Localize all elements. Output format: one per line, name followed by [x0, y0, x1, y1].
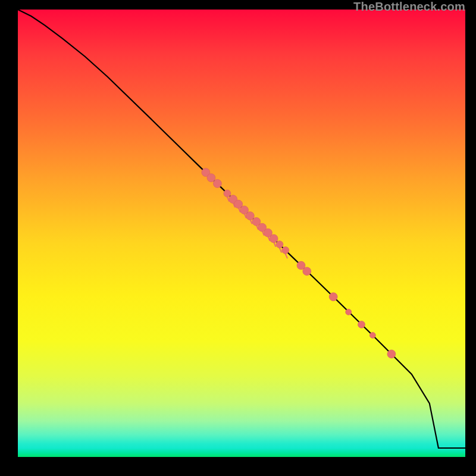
- plot-area: [18, 10, 465, 457]
- chart-stage: TheBottleneck.com: [0, 0, 476, 476]
- svg-line-9: [280, 248, 281, 252]
- data-point: [303, 267, 311, 275]
- data-point: [387, 350, 396, 358]
- data-point: [270, 234, 278, 243]
- bottleneck-curve: [18, 10, 465, 448]
- svg-line-10: [286, 254, 287, 258]
- data-point: [276, 241, 283, 248]
- data-point: [369, 333, 375, 339]
- watermark-text: TheBottleneck.com: [353, 0, 465, 14]
- chart-svg: [18, 10, 465, 457]
- data-point: [282, 247, 289, 254]
- data-point: [246, 212, 254, 220]
- data-point: [213, 180, 221, 188]
- data-point: [224, 190, 231, 197]
- data-point: [358, 321, 365, 328]
- data-point: [346, 309, 352, 315]
- data-point: [329, 293, 337, 301]
- data-point: [207, 174, 215, 182]
